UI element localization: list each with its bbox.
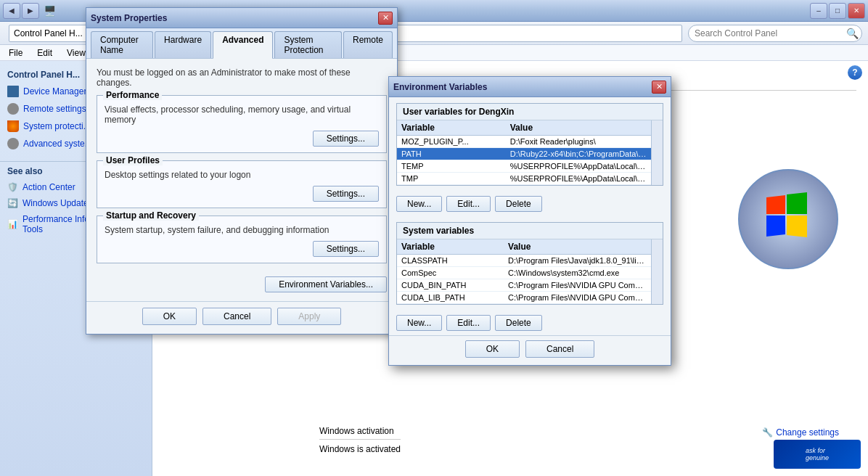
user-vars-table-wrap: Variable Value MOZ_PLUGIN_P... D:\Foxit … — [397, 120, 651, 185]
minimize-button[interactable]: – — [810, 3, 827, 19]
search-input[interactable] — [688, 25, 862, 42]
menu-view[interactable]: View — [64, 46, 89, 60]
env-dialog-title: Environment Variables — [393, 82, 487, 92]
windows-update-icon: 🔄 — [7, 198, 18, 208]
tab-hardware[interactable]: Hardware — [155, 31, 211, 58]
env-variables-dialog: Environment Variables ✕ User variables f… — [388, 76, 671, 366]
sys-var-name-2: CUDA_BIN_PATH — [397, 279, 504, 292]
menu-file[interactable]: File — [6, 46, 25, 60]
sys-var-name-0: CLASSPATH — [397, 255, 504, 267]
tab-remote[interactable]: Remote — [343, 31, 393, 58]
system-vars-scrollbar[interactable] — [651, 239, 663, 304]
user-edit-button[interactable]: Edit... — [446, 196, 491, 212]
system-vars-table: Variable Value CLASSPATH D:\Program File… — [397, 239, 651, 304]
tab-system-protection[interactable]: System Protection — [274, 31, 341, 58]
cancel-button[interactable]: Cancel — [202, 308, 271, 325]
env-dialog-close-button[interactable]: ✕ — [652, 81, 666, 94]
sys-var-value-1: C:\Windows\system32\cmd.exe — [504, 267, 651, 279]
admin-notice: You must be logged on as an Administrato… — [97, 67, 387, 88]
user-var-value-0: D:\Foxit Reader\plugins\ — [506, 136, 651, 148]
search-wrap: 🔍 — [688, 25, 862, 42]
genuine-badge: ask forgenuine — [774, 440, 861, 469]
sys-var-name-1: ComSpec — [397, 267, 504, 279]
performance-desc: Visual effects, processor scheduling, me… — [105, 104, 379, 125]
remote-settings-icon — [7, 103, 19, 115]
advanced-system-icon — [7, 138, 19, 149]
startup-recovery-desc: System startup, system failure, and debu… — [105, 225, 379, 235]
change-settings-icon: 🔧 — [762, 427, 773, 438]
forward-button[interactable]: ▶ — [22, 3, 39, 19]
user-vars-scrollbar[interactable] — [651, 120, 663, 185]
titlebar-controls: – □ ✕ — [810, 3, 865, 19]
user-var-row-3[interactable]: TMP %USERPROFILE%\AppData\Local\Temp — [397, 173, 651, 185]
windows-logo — [737, 168, 839, 270]
sys-var-row-0[interactable]: CLASSPATH D:\Program Files\Java\jdk1.8.0… — [397, 255, 651, 267]
tab-computer-name[interactable]: Computer Name — [91, 31, 153, 58]
env-dialog-titlebar: Environment Variables ✕ — [389, 77, 671, 97]
system-vars-title: System variables — [397, 223, 663, 239]
user-var-col-variable: Variable — [397, 120, 506, 136]
back-button[interactable]: ◀ — [3, 3, 20, 19]
apply-button[interactable]: Apply — [277, 308, 341, 325]
action-center-icon: 🛡️ — [7, 182, 18, 192]
system-props-titlebar: System Properties ✕ — [86, 8, 397, 28]
user-vars-table-area: Variable Value MOZ_PLUGIN_P... D:\Foxit … — [397, 120, 663, 185]
user-var-value-1: D:\Ruby22-x64\bin;C:\ProgramData\Or... — [506, 148, 651, 160]
tab-advanced[interactable]: Advanced — [213, 31, 273, 59]
env-cancel-button[interactable]: Cancel — [525, 340, 594, 358]
environment-variables-button[interactable]: Environment Variables... — [265, 276, 387, 292]
system-props-close-button[interactable]: ✕ — [378, 12, 393, 25]
sys-var-name-3: CUDA_LIB_PATH — [397, 292, 504, 304]
system-delete-button[interactable]: Delete — [495, 315, 542, 331]
close-button-cp[interactable]: ✕ — [848, 3, 865, 19]
user-vars-buttons: New... Edit... Delete — [389, 192, 671, 216]
maximize-button[interactable]: □ — [829, 3, 846, 19]
user-var-col-value: Value — [506, 120, 651, 136]
user-profiles-group: User Profiles Desktop settings related t… — [97, 160, 387, 208]
activation-text: Windows is activated — [319, 444, 401, 454]
user-var-row-1[interactable]: PATH D:\Ruby22-x64\bin;C:\ProgramData\Or… — [397, 148, 651, 160]
change-settings-link[interactable]: 🔧 Change settings — [762, 427, 839, 438]
performance-title: Performance — [103, 90, 162, 100]
help-button[interactable]: ? — [848, 65, 862, 80]
system-props-footer: OK Cancel Apply — [86, 301, 397, 334]
user-var-value-3: %USERPROFILE%\AppData\Local\Temp — [506, 173, 651, 185]
performance-settings-button[interactable]: Settings... — [313, 131, 379, 147]
startup-recovery-settings-button[interactable]: Settings... — [313, 241, 379, 257]
menu-edit[interactable]: Edit — [34, 46, 55, 60]
ok-button[interactable]: OK — [142, 308, 197, 325]
system-new-button[interactable]: New... — [396, 315, 442, 331]
system-props-body: You must be logged on as an Administrato… — [86, 59, 397, 301]
nav-buttons: ◀ ▶ — [3, 3, 39, 19]
env-ok-button[interactable]: OK — [465, 340, 520, 358]
windows-logo-area — [737, 168, 846, 277]
sys-var-col-variable: Variable — [397, 239, 504, 255]
sys-var-row-1[interactable]: ComSpec C:\Windows\system32\cmd.exe — [397, 267, 651, 279]
env-vars-btn-area: Environment Variables... — [97, 271, 387, 292]
system-vars-table-wrap: Variable Value CLASSPATH D:\Program File… — [397, 239, 651, 304]
user-var-name-3: TMP — [397, 173, 506, 185]
startup-recovery-group: Startup and Recovery System startup, sys… — [97, 216, 387, 263]
user-new-button[interactable]: New... — [396, 196, 442, 212]
user-delete-button[interactable]: Delete — [495, 196, 542, 212]
search-icon-button[interactable]: 🔍 — [846, 28, 858, 39]
user-vars-table: Variable Value MOZ_PLUGIN_P... D:\Foxit … — [397, 120, 651, 185]
system-vars-buttons: New... Edit... Delete — [389, 311, 671, 335]
user-var-name-1: PATH — [397, 148, 506, 160]
system-vars-table-area: Variable Value CLASSPATH D:\Program File… — [397, 239, 663, 304]
system-edit-button[interactable]: Edit... — [446, 315, 491, 331]
sys-var-row-2[interactable]: CUDA_BIN_PATH C:\Program Files\NVIDIA GP… — [397, 279, 651, 292]
user-var-name-2: TEMP — [397, 160, 506, 173]
sys-var-value-3: C:\Program Files\NVIDIA GPU Computin... — [504, 292, 651, 304]
user-profiles-settings-button[interactable]: Settings... — [313, 186, 379, 202]
genuine-text: ask forgenuine — [806, 447, 829, 461]
user-var-name-0: MOZ_PLUGIN_P... — [397, 136, 506, 148]
windows-activation-section: Windows activation Windows is activated — [319, 426, 401, 454]
address-text: Control Panel H... — [14, 28, 83, 38]
sys-var-value-0: D:\Program Files\Java\jdk1.8.0_91\lib\t.… — [504, 255, 651, 267]
system-vars-section: System variables Variable Value CLASSPAT… — [396, 222, 663, 305]
system-props-title: System Properties — [91, 13, 167, 23]
user-var-row-2[interactable]: TEMP %USERPROFILE%\AppData\Local\Temp — [397, 160, 651, 173]
sys-var-row-3[interactable]: CUDA_LIB_PATH C:\Program Files\NVIDIA GP… — [397, 292, 651, 304]
user-var-row-0[interactable]: MOZ_PLUGIN_P... D:\Foxit Reader\plugins\ — [397, 136, 651, 148]
